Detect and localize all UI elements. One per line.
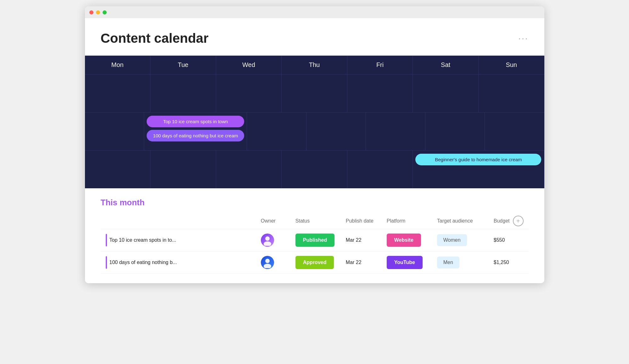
close-button[interactable] <box>89 10 93 14</box>
cal-cell <box>247 113 306 150</box>
cal-cell <box>479 74 544 112</box>
table-header: Owner Status Publish date Platform Targe… <box>101 213 529 229</box>
cal-cell <box>85 113 144 150</box>
col-header-audience: Target audience <box>432 213 489 229</box>
event-pill-100-days[interactable]: 100 days of eating nothing but ice cream <box>147 130 244 141</box>
cal-cell <box>347 74 413 112</box>
cal-cell-sat-events: Beginner's guide to homemade ice cream <box>413 151 544 188</box>
status-cell: Approved <box>290 251 341 274</box>
cal-cell <box>85 151 151 188</box>
titlebar <box>85 6 544 18</box>
content-table: Owner Status Publish date Platform Targe… <box>101 213 529 274</box>
cal-cell <box>425 113 485 150</box>
cal-cell <box>413 74 479 112</box>
owner-cell <box>256 251 290 274</box>
cal-cell <box>282 151 347 188</box>
audience-badge-men: Men <box>437 256 459 268</box>
publish-date-cell: Mar 22 <box>341 229 382 251</box>
col-header-budget: Budget + <box>489 213 529 229</box>
calendar-row: Top 10 ice cream spots in town 100 days … <box>85 113 544 151</box>
maximize-button[interactable] <box>103 10 107 14</box>
minimize-button[interactable] <box>96 10 100 14</box>
avatar <box>261 234 274 247</box>
col-header-name <box>101 213 256 229</box>
avatar-icon <box>262 257 273 268</box>
day-header-sat: Sat <box>413 56 479 74</box>
svg-point-1 <box>264 241 271 246</box>
page-header: Content calendar ··· <box>85 18 544 56</box>
avatar <box>261 256 274 269</box>
calendar-row <box>85 74 544 113</box>
cal-cell <box>485 113 544 150</box>
section-title: This month <box>101 198 529 207</box>
app-window: Content calendar ··· Mon Tue Wed Thu Fri… <box>85 6 544 283</box>
platform-cell: Website <box>382 229 432 251</box>
content-name-text: Top 10 ice cream spots in to... <box>110 237 177 243</box>
col-header-status: Status <box>290 213 341 229</box>
table-section: This month Owner Status Publish date Pla… <box>85 188 544 283</box>
day-header-mon: Mon <box>85 56 151 74</box>
name-bar-indicator <box>106 256 107 269</box>
cal-cell <box>150 151 216 188</box>
cal-cell <box>216 151 282 188</box>
table-body: Top 10 ice cream spots in to... <box>101 229 529 274</box>
add-column-button[interactable]: + <box>513 216 524 226</box>
audience-badge-women: Women <box>437 234 467 246</box>
day-header-sun: Sun <box>479 56 544 74</box>
avatar-icon <box>262 234 273 246</box>
svg-point-2 <box>265 259 270 263</box>
cal-cell <box>347 151 413 188</box>
content-name-text: 100 days of eating nothing b... <box>110 260 177 265</box>
content-name-cell: Top 10 ice cream spots in to... <box>101 229 256 251</box>
platform-badge-youtube: YouTube <box>387 256 423 269</box>
cal-cell <box>85 74 151 112</box>
col-header-owner: Owner <box>256 213 290 229</box>
cal-cell <box>366 113 425 150</box>
event-pill-ice-cream-spots[interactable]: Top 10 ice cream spots in town <box>147 116 244 127</box>
calendar-body: Top 10 ice cream spots in town 100 days … <box>85 74 544 188</box>
more-options-button[interactable]: ··· <box>518 33 528 43</box>
budget-cell: $550 <box>489 229 529 251</box>
table-row: Top 10 ice cream spots in to... <box>101 229 529 251</box>
status-cell: Published <box>290 229 341 251</box>
svg-point-0 <box>265 236 270 241</box>
cal-cell <box>150 74 216 112</box>
calendar-row: Beginner's guide to homemade ice cream <box>85 151 544 188</box>
name-bar-indicator <box>106 234 107 246</box>
cal-cell <box>282 74 347 112</box>
avatar-image <box>261 234 274 247</box>
col-header-publish-date: Publish date <box>341 213 382 229</box>
audience-cell: Men <box>432 251 489 274</box>
cal-cell <box>306 113 366 150</box>
calendar-section: Mon Tue Wed Thu Fri Sat Sun <box>85 56 544 188</box>
platform-badge-website: Website <box>387 234 421 247</box>
page-title: Content calendar <box>101 31 209 46</box>
event-pill-homemade-ice-cream[interactable]: Beginner's guide to homemade ice cream <box>415 154 541 165</box>
content-name-cell: 100 days of eating nothing b... <box>101 251 256 274</box>
budget-cell: $1,250 <box>489 251 529 274</box>
day-header-wed: Wed <box>216 56 282 74</box>
col-header-platform: Platform <box>382 213 432 229</box>
day-header-fri: Fri <box>347 56 413 74</box>
table-row: 100 days of eating nothing b... <box>101 251 529 274</box>
calendar-header: Mon Tue Wed Thu Fri Sat Sun <box>85 56 544 74</box>
publish-date-cell: Mar 22 <box>341 251 382 274</box>
owner-cell <box>256 229 290 251</box>
status-badge-published: Published <box>295 234 334 247</box>
avatar-image <box>261 256 274 269</box>
day-header-thu: Thu <box>282 56 347 74</box>
platform-cell: YouTube <box>382 251 432 274</box>
audience-cell: Women <box>432 229 489 251</box>
status-badge-approved: Approved <box>295 256 334 269</box>
day-header-tue: Tue <box>150 56 216 74</box>
cal-cell <box>216 74 282 112</box>
cal-cell-tue-events: Top 10 ice cream spots in town 100 days … <box>144 113 247 150</box>
svg-point-3 <box>264 264 271 268</box>
